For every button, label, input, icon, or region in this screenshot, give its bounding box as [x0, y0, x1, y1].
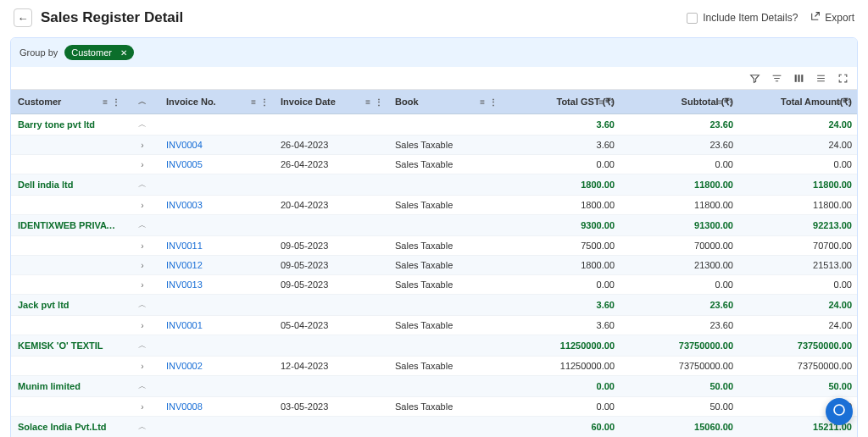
- collapse-icon[interactable]: ︿: [125, 376, 159, 397]
- group-row[interactable]: Dell india ltd︿1800.0011800.0011800.00: [11, 174, 858, 196]
- export-button[interactable]: Export: [810, 11, 854, 25]
- group-total: 50.00: [740, 376, 858, 397]
- collapse-icon[interactable]: ︿: [125, 215, 159, 236]
- table-row: ›INV000105-04-2023Sales Taxable3.6023.60…: [11, 316, 858, 335]
- col-options-icon[interactable]: ⋮: [489, 97, 498, 107]
- expand-icon[interactable]: ›: [125, 155, 159, 174]
- col-expand[interactable]: ︿: [125, 90, 159, 114]
- cell-date: 12-04-2023: [274, 357, 388, 376]
- group-gst: 0.00: [503, 376, 621, 397]
- group-row[interactable]: Jack pvt ltd︿3.6023.6024.00: [11, 295, 858, 316]
- col-options-icon[interactable]: ⋮: [845, 97, 854, 107]
- group-row[interactable]: Solace India Pvt.Ltd︿60.0015060.0015211.…: [11, 417, 858, 438]
- chat-icon: [832, 403, 846, 420]
- page-header: ← Sales Register Detail Include Item Det…: [0, 0, 868, 37]
- cell-total: 21513.00: [740, 256, 858, 275]
- invoice-link[interactable]: INV0003: [166, 200, 203, 210]
- col-invoice-date[interactable]: Invoice Date≡⋮: [274, 90, 388, 114]
- back-button[interactable]: ←: [14, 8, 32, 27]
- svg-rect-2: [801, 75, 803, 82]
- col-book[interactable]: Book≡⋮: [388, 90, 503, 114]
- columns-icon[interactable]: [793, 72, 804, 84]
- col-menu-icon[interactable]: ≡: [365, 97, 370, 107]
- col-menu-icon[interactable]: ≡: [836, 97, 841, 107]
- cell-subtotal: 50.00: [621, 397, 740, 417]
- sales-table: Customer≡⋮ ︿ Invoice No.≡⋮ Invoice Date≡…: [11, 90, 858, 437]
- invoice-link[interactable]: INV0004: [166, 140, 203, 150]
- cell-book: Sales Taxable: [388, 155, 503, 174]
- col-menu-icon[interactable]: ≡: [717, 97, 722, 107]
- col-menu-icon[interactable]: ≡: [480, 97, 485, 107]
- filter-icon[interactable]: [748, 72, 760, 84]
- expand-icon[interactable]: ›: [125, 397, 159, 417]
- col-menu-icon[interactable]: ≡: [598, 97, 604, 107]
- group-row[interactable]: IDENTIXWEB PRIVATE LIMITE...︿9300.009130…: [11, 215, 858, 236]
- chat-fab[interactable]: [826, 398, 853, 425]
- table-header-row: Customer≡⋮ ︿ Invoice No.≡⋮ Invoice Date≡…: [11, 90, 858, 114]
- group-row[interactable]: Barry tone pvt ltd︿3.6023.6024.00: [11, 114, 858, 136]
- invoice-link[interactable]: INV0011: [166, 241, 203, 251]
- invoice-link[interactable]: INV0013: [166, 279, 203, 290]
- cell-gst: 11250000.00: [503, 357, 621, 376]
- expand-icon[interactable]: ›: [125, 275, 159, 295]
- cell-date: 03-05-2023: [274, 397, 388, 417]
- expand-icon[interactable]: ›: [125, 357, 159, 376]
- col-customer[interactable]: Customer≡⋮: [11, 90, 125, 114]
- collapse-icon[interactable]: ︿: [125, 417, 159, 438]
- group-gst: 60.00: [503, 417, 621, 438]
- cell-total: 24.00: [740, 136, 858, 155]
- col-options-icon[interactable]: ⋮: [608, 97, 616, 107]
- col-menu-icon[interactable]: ≡: [251, 97, 256, 107]
- table-body: Barry tone pvt ltd︿3.6023.6024.00›INV000…: [11, 114, 858, 438]
- expand-icon[interactable]: ›: [125, 236, 159, 256]
- cell-total: 24.00: [740, 316, 858, 335]
- fullscreen-icon[interactable]: [837, 72, 849, 84]
- invoice-link[interactable]: INV0005: [166, 159, 203, 169]
- collapse-icon[interactable]: ︿: [125, 114, 159, 136]
- group-subtotal: 15060.00: [621, 417, 740, 438]
- col-options-icon[interactable]: ⋮: [112, 97, 120, 107]
- group-subtotal: 23.60: [621, 295, 740, 316]
- expand-icon[interactable]: ›: [125, 196, 159, 215]
- collapse-icon[interactable]: ︿: [125, 335, 159, 357]
- group-row[interactable]: Munim limited︿0.0050.0050.00: [11, 376, 858, 397]
- svg-rect-0: [794, 75, 796, 82]
- col-total-amount[interactable]: Total Amount(₹)≡⋮: [740, 90, 858, 114]
- col-options-icon[interactable]: ⋮: [726, 97, 735, 107]
- groupby-pill[interactable]: Customer ✕: [64, 45, 134, 60]
- group-subtotal: 91300.00: [621, 215, 740, 236]
- collapse-all-icon[interactable]: ︿: [138, 97, 147, 106]
- group-subtotal: 50.00: [621, 376, 740, 397]
- invoice-link[interactable]: INV0012: [166, 260, 203, 270]
- col-options-icon[interactable]: ⋮: [375, 97, 383, 107]
- list-icon[interactable]: [815, 72, 826, 84]
- col-options-icon[interactable]: ⋮: [260, 97, 269, 107]
- remove-pill-icon[interactable]: ✕: [120, 48, 127, 58]
- collapse-icon[interactable]: ︿: [125, 295, 159, 316]
- group-customer: Jack pvt ltd: [11, 295, 125, 316]
- group-customer: Barry tone pvt ltd: [11, 114, 125, 136]
- include-item-details-toggle[interactable]: Include Item Details?: [687, 12, 798, 24]
- group-gst: 1800.00: [503, 174, 621, 196]
- col-total-gst[interactable]: Total GST (₹)≡⋮: [503, 90, 621, 114]
- arrow-left-icon: ←: [18, 12, 29, 25]
- table-row: ›INV000426-04-2023Sales Taxable3.6023.60…: [11, 136, 858, 155]
- cell-subtotal: 0.00: [621, 275, 740, 295]
- sort-icon[interactable]: [771, 72, 782, 84]
- invoice-link[interactable]: INV0002: [166, 361, 203, 371]
- expand-icon[interactable]: ›: [125, 316, 159, 335]
- col-menu-icon[interactable]: ≡: [103, 97, 108, 107]
- invoice-link[interactable]: INV0001: [166, 320, 203, 330]
- table-row: ›INV000212-04-2023Sales Taxable11250000.…: [11, 357, 858, 376]
- group-row[interactable]: KEMISK 'O' TEXTIL︿11250000.0073750000.00…: [11, 335, 858, 357]
- collapse-icon[interactable]: ︿: [125, 174, 159, 196]
- cell-gst: 0.00: [503, 275, 621, 295]
- expand-icon[interactable]: ›: [125, 136, 159, 155]
- cell-gst: 1800.00: [503, 196, 621, 215]
- group-total: 11800.00: [740, 174, 858, 196]
- col-invoice-no[interactable]: Invoice No.≡⋮: [159, 90, 274, 114]
- group-total: 24.00: [740, 114, 858, 136]
- col-subtotal[interactable]: Subtotal (₹)≡⋮: [621, 90, 740, 114]
- expand-icon[interactable]: ›: [125, 256, 159, 275]
- invoice-link[interactable]: INV0008: [166, 401, 203, 412]
